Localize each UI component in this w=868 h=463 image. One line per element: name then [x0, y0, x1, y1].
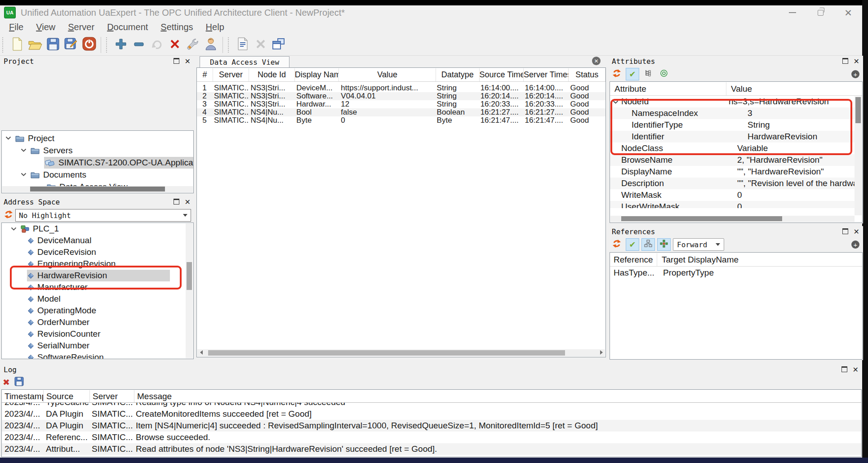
column-header-attribute[interactable]: Attribute — [610, 82, 726, 95]
table-row[interactable]: 3 SIMATIC.... NS3|Stri... Hardwar... 12 … — [197, 100, 605, 108]
tree-item-plc1[interactable]: PLC_1 — [2, 223, 193, 235]
new-project-button[interactable] — [8, 36, 26, 54]
table-row[interactable]: 4 SIMATIC.... NS4|Nu... Bool false Boole… — [197, 108, 605, 116]
remove-node-button[interactable] — [166, 36, 184, 54]
minimize-button[interactable] — [779, 5, 806, 20]
column-header-timestamp[interactable]: Timestamp — [2, 390, 44, 402]
close-panel-button[interactable]: ✕ — [854, 58, 859, 65]
disconnect-server-button[interactable] — [80, 36, 98, 54]
add-document-button[interactable] — [234, 36, 252, 54]
clear-log-button[interactable]: ✖ — [3, 378, 10, 387]
tree-item-project-root[interactable]: Project — [2, 132, 193, 144]
column-header-server[interactable]: Server — [213, 68, 249, 81]
chevron-down-icon[interactable] — [21, 148, 27, 152]
menu-help[interactable]: Help — [200, 21, 231, 33]
save-log-button[interactable] — [14, 377, 24, 388]
direction-dropdown[interactable]: Forward — [673, 238, 724, 251]
float-panel-button[interactable] — [841, 366, 847, 374]
auto-update-toggle[interactable]: ✔ — [626, 238, 639, 251]
collapse-tree-button[interactable] — [641, 68, 655, 80]
open-project-button[interactable] — [26, 36, 44, 54]
connect-server-button[interactable] — [148, 36, 166, 54]
log-row[interactable]: 2023/4/... TypeCache SIMATIC.... Reading… — [2, 403, 861, 408]
tree-item-servers[interactable]: Servers — [2, 144, 193, 156]
column-header-datatype[interactable]: Datatype — [436, 68, 479, 81]
float-panel-button[interactable] — [842, 228, 848, 236]
attribute-row[interactable]: NodeClass Variable — [610, 142, 855, 154]
remove-document-button[interactable] — [252, 36, 270, 54]
tree-item-softwarerevision[interactable]: SoftwareRevision — [2, 352, 193, 359]
refresh-attributes-button[interactable] — [610, 68, 623, 80]
attribute-row[interactable]: NamespaceIndex 3 — [610, 107, 855, 119]
tree-item-model[interactable]: Model — [2, 293, 193, 305]
attribute-row[interactable]: IdentifierType String — [610, 119, 855, 131]
attribute-row[interactable]: UserWriteMask 0 — [610, 201, 855, 208]
follow-references-toggle[interactable] — [657, 238, 671, 251]
float-panel-button[interactable] — [842, 58, 848, 66]
log-row[interactable]: 2023/4/... DA Plugin SIMATIC.... CreateM… — [2, 408, 861, 420]
close-button[interactable]: ✕ — [834, 5, 862, 20]
column-header-source-timestamp[interactable]: Source Timestamp — [480, 68, 524, 81]
attribute-row[interactable]: NodeId ns=3;s=HardwareRevision — [610, 96, 855, 107]
menu-file[interactable]: File — [3, 21, 30, 33]
scroll-right-button[interactable] — [597, 349, 605, 356]
close-panel-button[interactable]: ✕ — [185, 199, 191, 206]
table-row[interactable]: 1 SIMATIC.... NS3|Stri... DeviceM... htt… — [197, 84, 605, 92]
dav-horizontal-scrollbar[interactable] — [197, 349, 605, 356]
attribute-row[interactable]: Description "", "Revision level of the h… — [610, 178, 855, 189]
column-header-server[interactable]: Server — [90, 390, 134, 402]
remove-server-button[interactable] — [130, 36, 148, 54]
auto-update-toggle[interactable]: ✔ — [626, 68, 639, 80]
column-header-message[interactable]: Message — [134, 390, 861, 402]
log-row[interactable]: 2023/4/... Referenc... SIMATIC.... Brows… — [2, 432, 861, 443]
panel-options-button[interactable]: + — [851, 240, 859, 249]
add-server-button[interactable] — [112, 36, 130, 54]
tree-item-hardwarerevision[interactable]: HardwareRevision — [2, 270, 193, 281]
column-header-target-displayname[interactable]: Target DisplayName — [657, 253, 862, 266]
attribute-row[interactable]: BrowseName 2, "HardwareRevision" — [610, 154, 855, 166]
column-header-source[interactable]: Source — [44, 390, 90, 402]
chevron-down-icon[interactable] — [5, 136, 11, 140]
panel-options-button[interactable]: + — [851, 70, 859, 78]
table-row[interactable]: 2 SIMATIC.... NS3|Stri... Software... V0… — [197, 92, 605, 100]
save-project-button[interactable] — [44, 36, 62, 54]
tree-item-manufacturer[interactable]: Manufacturer — [2, 281, 193, 293]
column-header-index[interactable]: # — [197, 68, 213, 81]
menu-document[interactable]: Document — [101, 21, 154, 33]
column-header-server-timestamp[interactable]: Server Timestamp — [524, 68, 569, 81]
scrollbar-thumb[interactable] — [621, 216, 782, 221]
tab-data-access-view[interactable]: Data Access View — [200, 56, 289, 68]
address-vertical-scrollbar[interactable] — [186, 223, 193, 358]
attributes-vertical-scrollbar[interactable] — [855, 96, 862, 215]
document-close-button[interactable]: ✕ — [592, 57, 601, 65]
column-header-reference[interactable]: Reference — [610, 253, 657, 266]
log-row[interactable]: 2023/4/... DA Plugin SIMATIC.... Item [N… — [2, 420, 861, 432]
server-settings-button[interactable] — [184, 36, 202, 54]
menu-view[interactable]: View — [30, 21, 62, 33]
close-panel-button[interactable]: ✕ — [185, 58, 191, 65]
menu-server[interactable]: Server — [62, 21, 101, 33]
project-horizontal-scrollbar[interactable] — [2, 186, 193, 192]
tree-item-revisioncounter[interactable]: RevisionCounter — [2, 328, 193, 340]
chevron-down-icon[interactable] — [613, 96, 619, 107]
scrollbar-thumb[interactable] — [187, 262, 192, 290]
attribute-row[interactable]: DisplayName "", "HardwareRevision" — [610, 166, 855, 178]
attributes-horizontal-scrollbar[interactable] — [610, 216, 855, 222]
refresh-references-button[interactable] — [610, 238, 623, 251]
hierarchical-references-toggle[interactable] — [641, 238, 655, 251]
attribute-row[interactable]: WriteMask 0 — [610, 189, 855, 201]
scrollbar-thumb[interactable] — [30, 187, 165, 191]
tree-item-engineeringrevision[interactable]: EngineeringRevision — [2, 258, 193, 270]
float-panel-button[interactable] — [174, 198, 179, 206]
scrollbar-thumb[interactable] — [208, 350, 565, 356]
chevron-down-icon[interactable] — [21, 173, 27, 177]
restore-button[interactable] — [806, 5, 834, 20]
chevron-down-icon[interactable] — [11, 227, 17, 231]
reference-row[interactable]: HasType... PropertyType — [610, 267, 862, 279]
column-header-value[interactable]: Value — [339, 68, 436, 81]
change-user-button[interactable] — [202, 36, 220, 54]
tree-item-documents[interactable]: Documents — [2, 169, 193, 181]
save-project-as-button[interactable] — [62, 36, 80, 54]
float-panel-button[interactable] — [174, 58, 179, 66]
close-panel-button[interactable]: ✕ — [853, 366, 859, 374]
